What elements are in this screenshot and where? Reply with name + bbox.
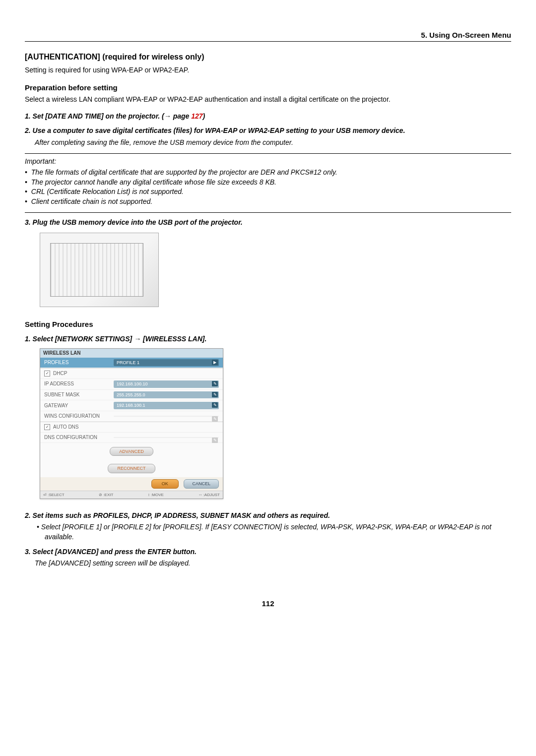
menu-ip-value[interactable]: 192.168.100.10✎ (114, 380, 219, 388)
menu-subnet-text: 255.255.255.0 (117, 392, 145, 397)
dhcp-checkbox[interactable]: ✓ (44, 371, 50, 377)
footer-move: ↕ :MOVE (148, 492, 164, 498)
proc-step-3: 3. Select [ADVANCED] and press the ENTER… (25, 547, 511, 557)
edit-icon[interactable]: ✎ (212, 402, 218, 408)
chapter-header: 5. Using On-Screen Menu (25, 30, 511, 42)
divider-bottom (25, 212, 511, 213)
menu-title: WIRELESS LAN (40, 349, 223, 358)
menu-profiles-value[interactable]: PROFILE 1▶ (114, 359, 219, 367)
menu-wins-value[interactable]: ✎ (114, 416, 219, 417)
menu-gateway-text: 192.168.100.1 (117, 403, 145, 408)
menu-dns-value[interactable]: ✎ (114, 437, 219, 438)
footer-select: ⏎ :SELECT (43, 492, 65, 498)
proc-step-3-note: The [ADVANCED] setting screen will be di… (25, 559, 511, 568)
proc-step-2-bullet: Select [PROFILE 1] or [PROFILE 2] for [P… (25, 522, 511, 542)
menu-gateway-label: GATEWAY (44, 402, 114, 409)
proc-step-2: 2. Set items such as PROFILES, DHCP, IP … (25, 511, 511, 521)
step-3: 3. Plug the USB memory device into the U… (25, 218, 511, 228)
important-b1: The file formats of digital certificate … (25, 168, 511, 178)
important-b3: CRL (Certificate Relocation List) is not… (25, 187, 511, 197)
wireless-lan-menu-screenshot: WIRELESS LAN PROFILES PROFILE 1▶ ✓ DHCP … (40, 348, 223, 499)
menu-wins-label: WINS CONFIGURATION (44, 413, 114, 420)
menu-subnet-label: SUBNET MASK (44, 391, 114, 398)
edit-icon[interactable]: ✎ (212, 392, 218, 397)
menu-ip-label: IP ADDRESS (44, 380, 114, 387)
prep-heading: Preparation before setting (25, 82, 511, 93)
autodns-checkbox[interactable]: ✓ (44, 424, 50, 430)
page-number: 112 (25, 598, 511, 609)
menu-profiles-text: PROFILE 1 (117, 360, 139, 365)
step-2-note: After completing saving the file, remove… (25, 138, 511, 148)
menu-dns-label: DNS CONFIGURATION (44, 434, 114, 441)
auth-desc: Setting is required for using WPA-EAP or… (25, 65, 511, 75)
divider-top (25, 153, 511, 154)
proc-step-1: 1. Select [NETWORK SETTINGS] → [WIRELESS… (25, 334, 511, 344)
usb-projector-illustration (40, 233, 159, 307)
step-1: 1. Set [DATE AND TIME] on the projector.… (25, 112, 511, 122)
reconnect-button[interactable]: RECONNECT (108, 464, 155, 473)
menu-autodns-label: AUTO DNS (53, 424, 79, 431)
step-1-pre: 1. Set [DATE AND TIME] on the projector.… (25, 112, 191, 120)
menu-ip-text: 192.168.100.10 (117, 381, 148, 386)
edit-icon[interactable]: ✎ (212, 438, 218, 443)
step-1-post: ) (203, 112, 205, 120)
edit-icon[interactable]: ✎ (212, 381, 218, 386)
important-b4: Client certificate chain is not supporte… (25, 197, 511, 207)
dropdown-icon[interactable]: ▶ (212, 360, 218, 365)
page-link-127[interactable]: 127 (191, 112, 202, 120)
edit-icon[interactable]: ✎ (212, 416, 218, 422)
menu-dhcp-label: DHCP (53, 370, 67, 377)
menu-gateway-value[interactable]: 192.168.100.1✎ (114, 402, 219, 409)
step-2: 2. Use a computer to save digital certif… (25, 126, 511, 136)
important-title: Important: (25, 157, 511, 167)
cancel-button[interactable]: CANCEL (184, 479, 219, 489)
menu-profiles-label: PROFILES (44, 359, 114, 366)
advanced-button[interactable]: ADVANCED (110, 447, 153, 456)
prep-desc: Select a wireless LAN compliant WPA-EAP … (25, 95, 511, 105)
auth-title: [AUTHENTICATION] (required for wireless … (25, 52, 511, 63)
menu-subnet-value[interactable]: 255.255.255.0✎ (114, 391, 219, 399)
ok-button[interactable]: OK (151, 479, 179, 489)
footer-adjust: ↔ :ADJUST (198, 492, 220, 498)
important-b2: The projector cannot handle any digital … (25, 178, 511, 188)
setting-procedures-heading: Setting Procedures (25, 319, 511, 329)
footer-exit: ⊘ :EXIT (99, 492, 113, 498)
